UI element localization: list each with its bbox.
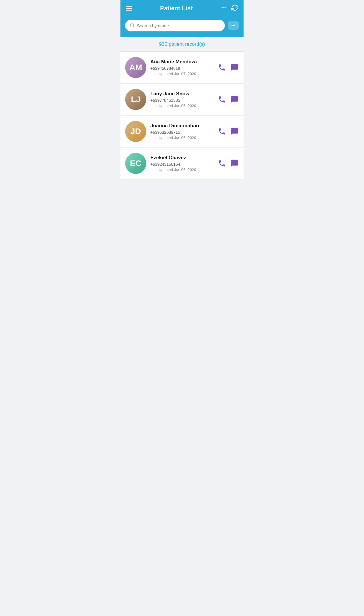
patient-list-item[interactable]: LJ Lany Jane Snow +639778451335 Last Upd… <box>120 84 244 116</box>
header-left-controls <box>126 6 132 11</box>
filter-button[interactable] <box>228 21 239 30</box>
avatar: EC <box>125 153 146 174</box>
patient-actions <box>218 63 239 72</box>
patient-last-updated: Last Updated Jun 07, 2020 ... <box>150 72 214 76</box>
patient-phone: +639243166164 <box>150 162 214 167</box>
chat-button[interactable] <box>230 127 239 136</box>
chat-button[interactable] <box>230 95 239 104</box>
menu-button[interactable] <box>126 6 132 11</box>
call-button[interactable] <box>218 95 226 104</box>
page-title: Patient List <box>160 5 193 12</box>
search-input-container <box>125 20 225 31</box>
patient-name: Ana Marie Mendoza <box>150 59 214 65</box>
chat-button[interactable] <box>230 159 239 168</box>
patient-last-updated: Last Updated Jun 06, 2020 ... <box>150 167 214 172</box>
svg-point-0 <box>222 7 223 8</box>
patient-actions <box>218 159 239 168</box>
patient-last-updated: Last Updated Jun 06, 2020 ... <box>150 136 214 140</box>
patient-info: Joanna Dimaunahan +639532689715 Last Upd… <box>150 123 214 140</box>
patient-actions <box>218 127 239 136</box>
patient-info: Ana Marie Mendoza +639456784619 Last Upd… <box>150 59 214 76</box>
patient-name: Lany Jane Snow <box>150 91 214 97</box>
patient-info: Lany Jane Snow +639778451335 Last Update… <box>150 91 214 108</box>
call-button[interactable] <box>218 63 226 72</box>
search-icon <box>130 23 135 28</box>
filter-icon <box>231 24 236 27</box>
patient-name: Ezekiel Chavez <box>150 155 214 161</box>
refresh-button[interactable] <box>231 4 238 13</box>
patient-last-updated: Last Updated Jun 06, 2020 ... <box>150 104 214 108</box>
patient-actions <box>218 95 239 104</box>
patient-list-item[interactable]: EC Ezekiel Chavez +639243166164 Last Upd… <box>120 148 244 180</box>
patient-list-item[interactable]: JD Joanna Dimaunahan +639532689715 Last … <box>120 116 244 148</box>
patient-phone: +639778451335 <box>150 98 214 103</box>
more-options-button[interactable] <box>221 4 227 12</box>
record-count-text: 935 patient record(s) <box>159 41 205 47</box>
call-button[interactable] <box>218 127 226 136</box>
header-right-controls <box>221 4 238 13</box>
record-count-bar: 935 patient record(s) <box>120 37 244 52</box>
avatar: LJ <box>125 89 146 110</box>
search-area <box>120 17 244 37</box>
call-button[interactable] <box>218 159 226 167</box>
svg-point-2 <box>225 7 227 8</box>
avatar: AM <box>125 57 146 78</box>
patient-list-item[interactable]: AM Ana Marie Mendoza +639456784619 Last … <box>120 52 244 84</box>
patient-list: AM Ana Marie Mendoza +639456784619 Last … <box>120 52 244 180</box>
search-input[interactable] <box>137 23 220 28</box>
svg-line-4 <box>133 26 134 27</box>
svg-point-1 <box>223 7 224 8</box>
patient-name: Joanna Dimaunahan <box>150 123 214 129</box>
patient-info: Ezekiel Chavez +639243166164 Last Update… <box>150 155 214 172</box>
avatar: JD <box>125 121 146 142</box>
patient-phone: +639456784619 <box>150 66 214 71</box>
chat-button[interactable] <box>230 63 239 72</box>
patient-phone: +639532689715 <box>150 130 214 135</box>
app-header: Patient List <box>120 0 244 17</box>
